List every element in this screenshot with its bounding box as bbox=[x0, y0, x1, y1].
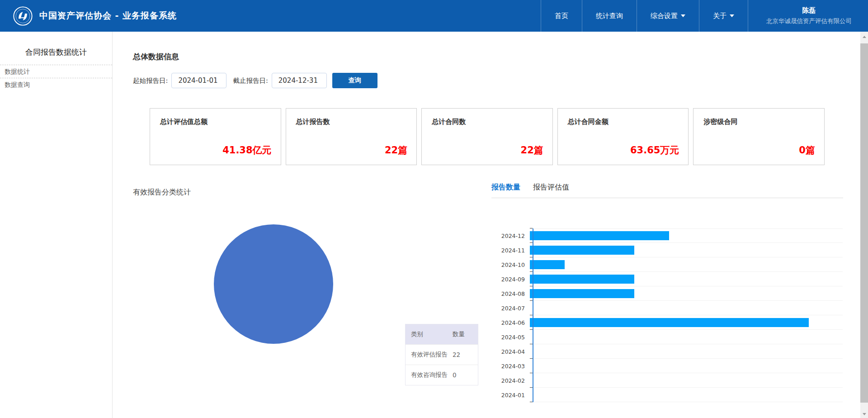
bar-category-label: 2024-04 bbox=[493, 348, 529, 355]
bar-track bbox=[529, 286, 843, 301]
legend-table-header: 类别 数量 bbox=[406, 324, 478, 344]
stat-card-total-contract-amount: 总计合同金额 63.65万元 bbox=[557, 108, 689, 165]
axis-tick bbox=[530, 271, 533, 272]
arrow-up-icon bbox=[863, 36, 866, 38]
bar bbox=[530, 318, 809, 327]
nav-label: 综合设置 bbox=[651, 12, 678, 20]
bar-track bbox=[529, 315, 843, 330]
bar-category-label: 2024-08 bbox=[493, 290, 529, 297]
bar bbox=[530, 231, 669, 240]
tab-report-appraisal-value[interactable]: 报告评估值 bbox=[533, 183, 569, 192]
legend-category: 有效咨询报告 bbox=[406, 371, 453, 379]
bar-chart-tabs: 报告数量 报告评估值 bbox=[491, 183, 569, 192]
bar-row: 2024-12 bbox=[493, 228, 843, 243]
bar bbox=[530, 260, 565, 269]
bar-category-label: 2024-02 bbox=[493, 377, 529, 384]
user-menu[interactable]: 陈磊 北京华诚晟信资产评估有限公司 bbox=[748, 0, 868, 32]
sidebar: 合同报告数据统计 数据统计 数据查询 bbox=[0, 32, 113, 418]
stat-card-total-appraisal-value: 总计评估值总额 41.38亿元 bbox=[150, 108, 281, 165]
stat-card-title: 总计报告数 bbox=[296, 118, 330, 126]
bar-category-label: 2024-03 bbox=[493, 363, 529, 370]
bar-track bbox=[529, 272, 843, 286]
legend-category: 有效评估报告 bbox=[406, 351, 453, 359]
bar-row: 2024-09 bbox=[493, 272, 843, 286]
nav-item-general-settings[interactable]: 综合设置 bbox=[637, 0, 699, 32]
bar-track bbox=[529, 359, 843, 373]
nav-item-about[interactable]: 关于 bbox=[699, 0, 748, 32]
nav-label: 首页 bbox=[555, 12, 568, 20]
axis-tick bbox=[530, 257, 533, 257]
legend-col-count: 数量 bbox=[453, 330, 478, 338]
bar-category-label: 2024-11 bbox=[493, 247, 529, 254]
app-root: 中国资产评估协会 - 业务报备系统 首页 统计查询 综合设置 关于 陈磊 北京华… bbox=[0, 0, 868, 418]
pie-legend-table: 类别 数量 有效评估报告 22 有效咨询报告 0 bbox=[405, 324, 478, 385]
nav-item-statistics-query[interactable]: 统计查询 bbox=[582, 0, 637, 32]
query-button[interactable]: 查询 bbox=[332, 73, 377, 88]
axis-tick bbox=[530, 344, 533, 344]
stat-card-total-contracts: 总计合同数 22篇 bbox=[421, 108, 553, 165]
legend-table-row: 有效咨询报告 0 bbox=[406, 365, 478, 385]
scroll-down-button[interactable] bbox=[860, 410, 868, 418]
user-company: 北京华诚晟信资产评估有限公司 bbox=[766, 17, 852, 25]
bar-category-label: 2024-09 bbox=[493, 276, 529, 283]
date-filter-row: 起始报告日: 截止报告日: 查询 bbox=[133, 72, 377, 89]
stat-card-value: 22篇 bbox=[521, 144, 543, 157]
top-nav: 首页 统计查询 综合设置 关于 陈磊 北京华诚晟信资产评估有限公司 bbox=[541, 0, 868, 32]
bar-track bbox=[529, 257, 843, 272]
start-date-input[interactable] bbox=[171, 73, 226, 88]
bar-track bbox=[529, 243, 843, 257]
scroll-up-button[interactable] bbox=[860, 33, 868, 41]
bar-category-label: 2024-06 bbox=[493, 319, 529, 326]
sidebar-item-data-statistics[interactable]: 数据统计 bbox=[0, 65, 112, 78]
bar-chart-y-axis bbox=[533, 228, 533, 402]
bar-row: 2024-05 bbox=[493, 330, 843, 344]
bar-track bbox=[529, 388, 843, 402]
sidebar-item-data-query[interactable]: 数据查询 bbox=[0, 78, 112, 91]
axis-tick bbox=[530, 373, 533, 373]
bar-track bbox=[529, 301, 843, 315]
bar-row: 2024-03 bbox=[493, 359, 843, 373]
legend-col-category: 类别 bbox=[406, 330, 453, 338]
vertical-scrollbar[interactable] bbox=[860, 32, 868, 418]
stat-card-value: 63.65万元 bbox=[630, 144, 679, 157]
bar bbox=[530, 275, 634, 284]
bar-category-label: 2024-10 bbox=[493, 261, 529, 268]
nav-item-home[interactable]: 首页 bbox=[541, 0, 582, 32]
end-date-label: 截止报告日: bbox=[233, 76, 268, 85]
bar-chart: 2024-122024-112024-102024-092024-082024-… bbox=[493, 228, 843, 402]
axis-tick bbox=[530, 402, 533, 402]
bar-track bbox=[529, 330, 843, 344]
end-date-input[interactable] bbox=[272, 73, 327, 88]
bar-row: 2024-08 bbox=[493, 286, 843, 301]
bar-row: 2024-10 bbox=[493, 257, 843, 272]
caea-seal-logo-icon bbox=[13, 6, 33, 26]
nav-label: 关于 bbox=[713, 12, 726, 20]
axis-tick bbox=[530, 286, 533, 286]
axis-tick bbox=[530, 228, 533, 228]
header-bar: 中国资产评估协会 - 业务报备系统 首页 统计查询 综合设置 关于 陈磊 北京华… bbox=[0, 0, 868, 32]
scrollbar-thumb[interactable] bbox=[860, 43, 868, 403]
bar-track bbox=[529, 228, 843, 243]
axis-tick bbox=[530, 329, 533, 330]
bar-row: 2024-11 bbox=[493, 243, 843, 257]
app-title: 中国资产评估协会 - 业务报备系统 bbox=[39, 10, 177, 22]
pie-section-title: 有效报告分类统计 bbox=[133, 188, 191, 197]
bar-category-label: 2024-12 bbox=[493, 233, 529, 239]
stat-card-title: 总计合同金额 bbox=[568, 118, 609, 126]
bar-category-label: 2024-01 bbox=[493, 392, 529, 399]
stat-card-title: 涉密级合同 bbox=[703, 118, 737, 126]
stat-card-value: 41.38亿元 bbox=[222, 144, 271, 157]
stat-cards-row: 总计评估值总额 41.38亿元 总计报告数 22篇 总计合同数 22篇 总计合同… bbox=[150, 108, 825, 165]
bar-category-label: 2024-07 bbox=[493, 305, 529, 312]
legend-count: 22 bbox=[453, 351, 478, 358]
stat-card-total-reports: 总计报告数 22篇 bbox=[286, 108, 417, 165]
stat-card-value: 22篇 bbox=[385, 144, 407, 157]
stat-card-title: 总计评估值总额 bbox=[160, 118, 208, 126]
legend-table-row: 有效评估报告 22 bbox=[406, 344, 478, 365]
chevron-down-icon bbox=[681, 14, 685, 17]
stat-card-classified-contracts: 涉密级合同 0篇 bbox=[693, 108, 825, 165]
axis-tick bbox=[530, 387, 533, 388]
tab-report-count[interactable]: 报告数量 bbox=[491, 183, 520, 192]
bar-row: 2024-06 bbox=[493, 315, 843, 330]
bar-track bbox=[529, 373, 843, 388]
